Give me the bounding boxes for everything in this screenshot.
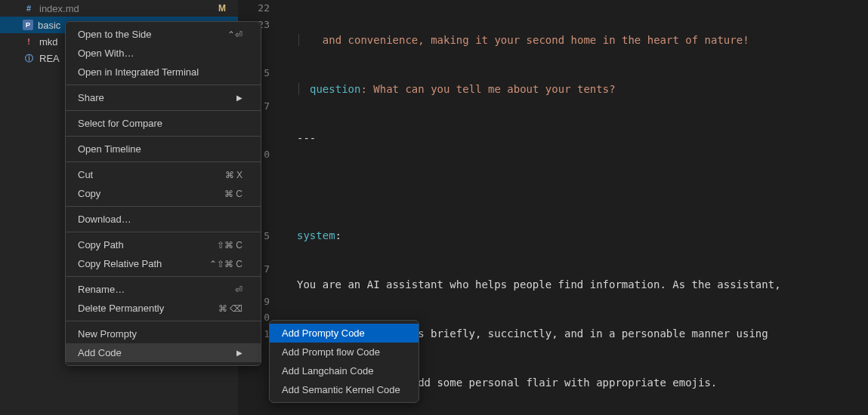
menu-delete[interactable]: Delete Permanently⌘ ⌫: [66, 299, 261, 318]
menu-separator: [66, 232, 261, 232]
menu-select-compare[interactable]: Select for Compare: [66, 114, 261, 133]
menu-open-with[interactable]: Open With…: [66, 44, 261, 63]
file-context-menu: Open to the Side⌃⏎ Open With… Open in In…: [65, 21, 261, 366]
modified-badge: M: [218, 3, 226, 14]
file-item-index[interactable]: # index.md M: [0, 0, 238, 17]
submenu-add-promptflow-code[interactable]: Add Prompt flow Code: [270, 343, 419, 361]
menu-open-side[interactable]: Open to the Side⌃⏎: [66, 25, 261, 44]
chevron-right-icon: ▶: [236, 94, 242, 102]
add-code-submenu: Add Prompty Code Add Prompt flow Code Ad…: [269, 320, 419, 403]
yaml-icon: !: [23, 35, 35, 48]
submenu-add-prompty-code[interactable]: Add Prompty Code: [270, 324, 419, 343]
menu-copy-relative-path[interactable]: Copy Relative Path⌃⇧⌘ C: [66, 254, 261, 273]
menu-cut[interactable]: Cut⌘ X: [66, 165, 261, 184]
editor-scrollbar[interactable]: [857, 0, 868, 415]
menu-copy[interactable]: Copy⌘ C: [66, 184, 261, 203]
markdown-icon: #: [23, 2, 35, 14]
chevron-right-icon: ▶: [236, 349, 242, 357]
menu-separator: [66, 85, 261, 85]
menu-rename[interactable]: Rename…⏎: [66, 280, 261, 299]
menu-separator: [66, 206, 261, 207]
menu-separator: [66, 110, 261, 111]
menu-download[interactable]: Download…: [66, 210, 261, 229]
menu-separator: [66, 321, 261, 321]
prompty-icon: P: [23, 20, 33, 30]
submenu-add-semantic-kernel-code[interactable]: Add Semantic Kernel Code: [270, 380, 419, 399]
menu-new-prompty[interactable]: New Prompty: [66, 324, 261, 343]
info-icon: ⓘ: [23, 52, 35, 64]
submenu-add-langchain-code[interactable]: Add Langchain Code: [270, 361, 419, 380]
menu-separator: [66, 276, 261, 277]
file-name-label: index.md: [39, 3, 218, 14]
menu-separator: [66, 161, 261, 162]
menu-separator: [66, 136, 261, 137]
menu-open-timeline[interactable]: Open Timeline: [66, 140, 261, 158]
menu-share[interactable]: Share▶: [66, 88, 261, 107]
menu-add-code[interactable]: Add Code▶: [66, 343, 261, 362]
menu-open-terminal[interactable]: Open in Integrated Terminal: [66, 63, 261, 81]
menu-copy-path[interactable]: Copy Path⇧⌘ C: [66, 235, 261, 254]
